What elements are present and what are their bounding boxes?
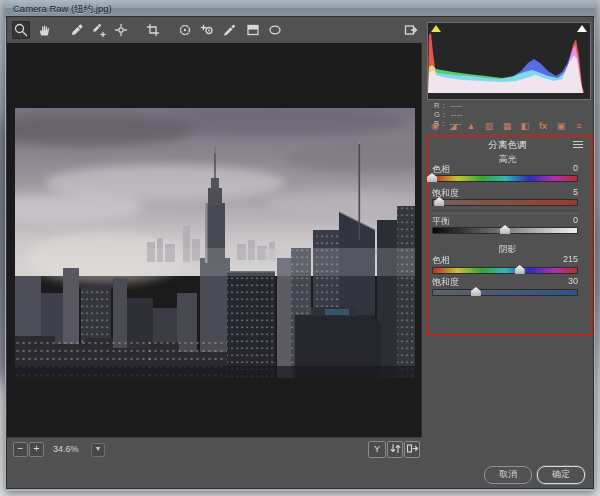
tab-basic-icon[interactable]: ◉: [428, 120, 442, 133]
highlights-saturation-slider[interactable]: [432, 198, 578, 208]
ok-button[interactable]: 确定: [537, 466, 585, 484]
panel-menu-icon[interactable]: [573, 141, 583, 148]
dialog-content: − + 34.6% ▾ Y: [7, 17, 593, 488]
before-after-label: Y: [374, 444, 380, 454]
zoom-out-button[interactable]: −: [13, 442, 28, 457]
cancel-button-label: 取消: [499, 469, 517, 479]
shadow-clipping-indicator[interactable]: [431, 25, 441, 32]
panel-title: 分离色调: [426, 139, 589, 152]
shadows-hue-track[interactable]: [432, 267, 578, 274]
radial-filter-tool-icon[interactable]: [266, 21, 284, 39]
red-eye-tool-icon[interactable]: [198, 21, 216, 39]
preview-area: [7, 43, 422, 437]
hand-tool-icon[interactable]: [36, 21, 54, 39]
crop-tool-icon[interactable]: [144, 21, 162, 39]
white-balance-tool-icon[interactable]: [68, 21, 86, 39]
swap-before-after-icon[interactable]: [387, 441, 403, 458]
toolbar: [7, 17, 421, 44]
separator: [428, 320, 588, 321]
tab-lens-corrections-icon[interactable]: ◧: [518, 120, 532, 133]
tab-detail-icon[interactable]: ▲: [464, 120, 478, 133]
zoom-out-label: −: [18, 443, 24, 454]
zoom-level-dropdown[interactable]: ▾: [91, 443, 105, 457]
before-after-toggle-button[interactable]: Y: [368, 441, 386, 458]
copy-settings-icon[interactable]: [404, 441, 420, 458]
zoom-in-label: +: [34, 443, 40, 454]
shadows-hue-slider[interactable]: [432, 266, 578, 276]
balance-value[interactable]: 0: [573, 215, 578, 225]
highlights-hue-slider[interactable]: [432, 174, 578, 184]
panel-tabs: ◉ ◢ ▲ ▥ ▦ ◧ fx ▣ ≡: [427, 120, 591, 134]
highlight-clipping-indicator[interactable]: [577, 25, 587, 32]
tab-effects-icon[interactable]: fx: [536, 120, 550, 133]
tab-tone-curve-icon[interactable]: ◢: [446, 120, 460, 133]
shadows-hue-value[interactable]: 215: [563, 254, 578, 264]
highlights-saturation-value[interactable]: 5: [573, 187, 578, 197]
histogram-plot: [428, 23, 588, 97]
zoom-in-button[interactable]: +: [29, 442, 44, 457]
highlights-hue-value[interactable]: 0: [573, 163, 578, 173]
balance-slider[interactable]: [432, 226, 578, 236]
camera-raw-window: Camera Raw (纽约.jpg): [5, 0, 595, 491]
tab-presets-icon[interactable]: ≡: [572, 120, 586, 133]
window-title: Camera Raw (纽约.jpg): [13, 3, 112, 16]
readout-g-value: ----: [451, 110, 463, 119]
readout-g: G : ----: [434, 110, 463, 119]
readout-r: R : ----: [434, 101, 462, 110]
shadows-saturation-slider[interactable]: [432, 288, 578, 298]
adjustment-brush-tool-icon[interactable]: [220, 21, 238, 39]
preview-bottom-bar: − + 34.6% ▾ Y: [7, 437, 421, 461]
tab-camera-calibration-icon[interactable]: ▣: [554, 120, 568, 133]
readout-r-value: ----: [450, 101, 462, 110]
highlights-header: 高光: [426, 153, 589, 166]
shadows-saturation-value[interactable]: 30: [568, 276, 578, 286]
highlights-hue-track[interactable]: [432, 175, 578, 182]
cancel-button[interactable]: 取消: [484, 466, 532, 484]
highlights-saturation-track[interactable]: [432, 199, 578, 206]
graduated-filter-tool-icon[interactable]: [244, 21, 262, 39]
tab-hsl-grayscale-icon[interactable]: ▥: [482, 120, 496, 133]
readout-g-label: G :: [434, 110, 446, 119]
chevron-down-icon: ▾: [96, 444, 100, 453]
spot-removal-tool-icon[interactable]: [176, 21, 194, 39]
color-sampler-tool-icon[interactable]: [90, 21, 108, 39]
toggle-fullscreen-icon[interactable]: [402, 21, 420, 39]
separator: [432, 210, 578, 214]
shadows-saturation-track[interactable]: [432, 289, 578, 296]
tab-split-toning-icon[interactable]: ▦: [500, 120, 514, 133]
preview-photo[interactable]: [15, 108, 415, 378]
zoom-level-value[interactable]: 34.6%: [53, 444, 79, 454]
ok-button-label: 确定: [552, 469, 570, 479]
histogram: [427, 22, 591, 100]
window-titlebar: Camera Raw (纽约.jpg): [5, 0, 595, 18]
zoom-tool-icon[interactable]: [12, 21, 30, 39]
readout-r-label: R :: [434, 101, 445, 110]
targeted-adjustment-tool-icon[interactable]: [112, 21, 130, 39]
